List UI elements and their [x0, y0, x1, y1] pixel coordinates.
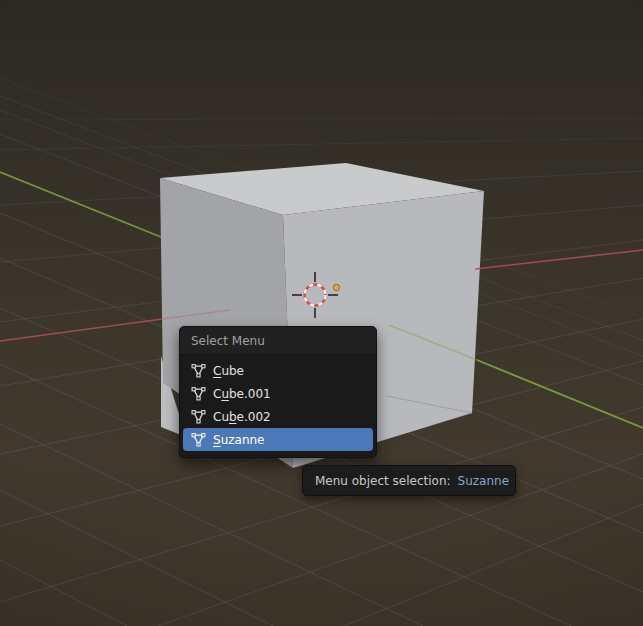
- mesh-data-icon: [191, 386, 206, 401]
- mesh-data-icon: [191, 432, 206, 447]
- menu-item-suzanne[interactable]: Suzanne: [183, 428, 373, 451]
- x-axis-line: [0, 319, 162, 341]
- select-menu-title: Select Menu: [180, 327, 376, 355]
- mesh-data-icon: [191, 409, 206, 424]
- tooltip-label: Menu object selection:: [315, 474, 451, 488]
- menu-item-cube-002[interactable]: Cube.002: [183, 405, 373, 428]
- blender-3d-viewport[interactable]: Select Menu Cube: [0, 0, 643, 626]
- y-axis-line: [0, 172, 161, 237]
- x-axis-line-right: [475, 250, 643, 269]
- menu-item-cube[interactable]: Cube: [183, 359, 373, 382]
- menu-item-label: Cube: [213, 364, 244, 378]
- select-menu-title-label: Select Menu: [191, 334, 265, 348]
- viewport-scene: [0, 0, 643, 626]
- menu-item-label: Cube.002: [213, 410, 271, 424]
- menu-item-label: Cube.001: [213, 387, 271, 401]
- menu-item-cube-001[interactable]: Cube.001: [183, 382, 373, 405]
- status-tooltip: Menu object selection: Suzanne: [302, 465, 516, 496]
- mesh-data-icon: [191, 363, 206, 378]
- select-menu: Select Menu Cube: [179, 326, 377, 458]
- object-origin-dot: [333, 284, 339, 290]
- menu-item-label: Suzanne: [213, 433, 264, 447]
- y-axis-line-right: [477, 360, 643, 428]
- select-menu-body: Cube Cube.001: [180, 355, 376, 456]
- tooltip-value: Suzanne: [458, 474, 509, 488]
